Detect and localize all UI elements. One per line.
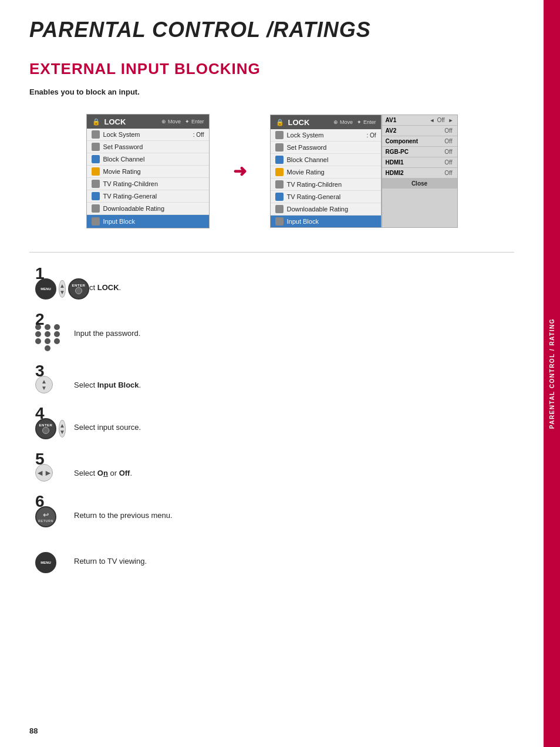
submenu-rgb-pc-label: RGB-PC xyxy=(386,149,443,155)
submenu-hdmi2[interactable]: HDMI2 Off xyxy=(382,168,457,179)
up-arrow: ▲ xyxy=(59,283,65,289)
down-arrow-3: ▼ xyxy=(41,385,47,391)
menu-item-r-movie-rating[interactable]: Movie Rating xyxy=(271,166,381,179)
steps-area: 1 MENU ▲ ▼ ENTER xyxy=(29,270,514,573)
submenu-av1[interactable]: AV1 ◄ Off ► xyxy=(382,115,457,126)
numpad-dot-10 xyxy=(45,345,50,351)
movie-rating-icon xyxy=(92,167,100,176)
r-lock-system-icon xyxy=(275,131,284,139)
return-arc: ↩ xyxy=(43,511,49,519)
submenu-close[interactable]: Close xyxy=(382,179,457,189)
tv-rating-general-label: TV Rating-General xyxy=(103,193,157,200)
submenu-panel: AV1 ◄ Off ► AV2 Off Component Off RGB-PC… xyxy=(382,115,458,228)
submenu-component[interactable]: Component Off xyxy=(382,136,457,147)
set-password-label: Set Password xyxy=(103,143,143,150)
numpad-dot-9 xyxy=(54,338,60,344)
r-block-channel-label: Block Channel xyxy=(287,156,329,163)
r-movie-rating-label: Movie Rating xyxy=(287,169,325,176)
step-menu-bottom: 0 MENU Return to TV viewing. xyxy=(35,544,514,573)
tv-rating-children-label: TV Rating-Children xyxy=(103,180,158,187)
submenu-av1-right-arrow: ► xyxy=(448,117,454,123)
step-3-number-block: 3 ▲ ▼ xyxy=(35,368,65,393)
lock-icon-left: 🔒 xyxy=(92,117,101,126)
menu-title-left: LOCK xyxy=(104,117,126,126)
submenu-hdmi1[interactable]: HDMI1 Off xyxy=(382,157,457,168)
step-2-number: 2 xyxy=(35,311,45,328)
enter-icon: ⊙ xyxy=(197,217,204,226)
numpad-dot-8 xyxy=(45,338,50,344)
menu-item-downloadable-rating[interactable]: Downloadable Rating xyxy=(87,203,209,215)
menu-item-r-downloadable-rating[interactable]: Downloadable Rating xyxy=(271,203,381,216)
menu-item-r-tv-rating-children[interactable]: TV Rating-Children xyxy=(271,179,381,191)
block-channel-label: Block Channel xyxy=(103,156,145,163)
menu-item-input-block[interactable]: Input Block ⊙ xyxy=(87,215,209,228)
r-lock-system-label: Lock System xyxy=(287,132,324,139)
step-5-on: On xyxy=(97,469,108,477)
submenu-rgb-pc[interactable]: RGB-PC Off xyxy=(382,147,457,157)
tv-rating-children-icon xyxy=(92,180,100,188)
menu-item-r-set-password[interactable]: Set Password xyxy=(271,142,381,154)
menu-nav-left: ⊕ Move ✦ Enter xyxy=(161,119,204,124)
submenu-av1-label: AV1 xyxy=(386,117,427,123)
step-4-number-block: 4 ENTER ▲ ▼ xyxy=(35,410,65,439)
tv-rating-general-icon xyxy=(92,192,100,200)
step-6-text: Return to the previous menu. xyxy=(74,498,173,521)
lock-system-icon xyxy=(92,130,100,139)
menu-header-right: 🔒 LOCK ⊕ Move ✦ Enter xyxy=(271,115,381,129)
lock-system-label: Lock System xyxy=(103,131,140,138)
numpad-dot-3 xyxy=(54,324,60,330)
step-4-number: 4 xyxy=(35,405,45,422)
menu-button-label: MENU xyxy=(41,287,51,291)
menu-item-r-lock-system[interactable]: Lock System : Of xyxy=(271,129,381,142)
step-1-number-block: 1 MENU ▲ ▼ ENTER xyxy=(35,270,65,300)
set-password-icon xyxy=(92,143,100,151)
submenu-av2[interactable]: AV2 Off xyxy=(382,126,457,136)
step-4: 4 ENTER ▲ ▼ Select input source. xyxy=(35,410,514,439)
sidebar: PARENTAL CONTROL / RATING xyxy=(544,0,560,747)
r-downloadable-rating-label: Downloadable Rating xyxy=(287,206,349,213)
r-set-password-label: Set Password xyxy=(287,144,327,151)
step-menu-bottom-block: 0 MENU xyxy=(35,544,65,573)
menu-item-block-channel[interactable]: Block Channel xyxy=(87,153,209,166)
lock-system-value: : Off xyxy=(193,132,204,138)
menu-item-r-tv-rating-general[interactable]: TV Rating-General xyxy=(271,191,381,203)
nav-button-4[interactable]: ▲ ▼ xyxy=(59,420,66,438)
step-2: 2 Input the passw xyxy=(35,316,514,351)
step-5-number-block: 5 ◄► xyxy=(35,456,65,482)
numpad-dot-5 xyxy=(45,331,50,337)
downloadable-rating-label: Downloadable Rating xyxy=(103,205,165,212)
menu-item-lock-system[interactable]: Lock System : Off xyxy=(87,129,209,141)
submenu-hdmi1-value: Off xyxy=(444,159,452,166)
movie-rating-label: Movie Rating xyxy=(103,168,141,175)
menu-panel-left: 🔒 LOCK ⊕ Move ✦ Enter Lock System : Off … xyxy=(86,114,210,228)
input-block-icon-left xyxy=(92,217,100,226)
menu-item-set-password[interactable]: Set Password xyxy=(87,141,209,153)
menu-header-left: 🔒 LOCK ⊕ Move ✦ Enter xyxy=(87,115,209,129)
nav-button-1[interactable]: ▲ ▼ xyxy=(59,280,66,298)
r-block-channel-icon xyxy=(275,156,284,164)
submenu-rgb-pc-value: Off xyxy=(444,149,452,155)
numpad-dot-2 xyxy=(45,324,50,330)
menu-item-tv-rating-general[interactable]: TV Rating-General xyxy=(87,190,209,203)
down-arrow: ▼ xyxy=(59,290,65,295)
menu-item-tv-rating-children[interactable]: TV Rating-Children xyxy=(87,178,209,190)
menu-title-right: LOCK xyxy=(288,118,310,127)
enter-button-1[interactable]: ENTER xyxy=(68,278,89,300)
down-arrow-4: ▼ xyxy=(59,429,65,435)
arrow-right: ➜ xyxy=(233,161,247,181)
submenu-hdmi1-label: HDMI1 xyxy=(386,159,443,166)
submenu-hdmi2-label: HDMI2 xyxy=(386,170,443,176)
submenu-av2-label: AV2 xyxy=(386,127,443,134)
menu-nav-right: ⊕ Move ✦ Enter xyxy=(333,119,376,125)
enter-circle-4 xyxy=(42,427,49,434)
menu-panel-right: 🔒 LOCK ⊕ Move ✦ Enter Lock System : Of S… xyxy=(270,115,382,228)
step-menu-bottom-text: Return to TV viewing. xyxy=(74,544,147,567)
numpad-dot-4 xyxy=(35,331,41,337)
menu-button-bottom[interactable]: MENU xyxy=(35,552,56,573)
step-3-bold: Input Block xyxy=(97,381,139,389)
menu-item-movie-rating[interactable]: Movie Rating xyxy=(87,166,209,178)
step-2-number-block: 2 xyxy=(35,316,65,351)
menu-item-r-input-block[interactable]: Input Block xyxy=(271,216,381,227)
block-channel-icon xyxy=(92,155,100,163)
menu-item-r-block-channel[interactable]: Block Channel xyxy=(271,154,381,166)
